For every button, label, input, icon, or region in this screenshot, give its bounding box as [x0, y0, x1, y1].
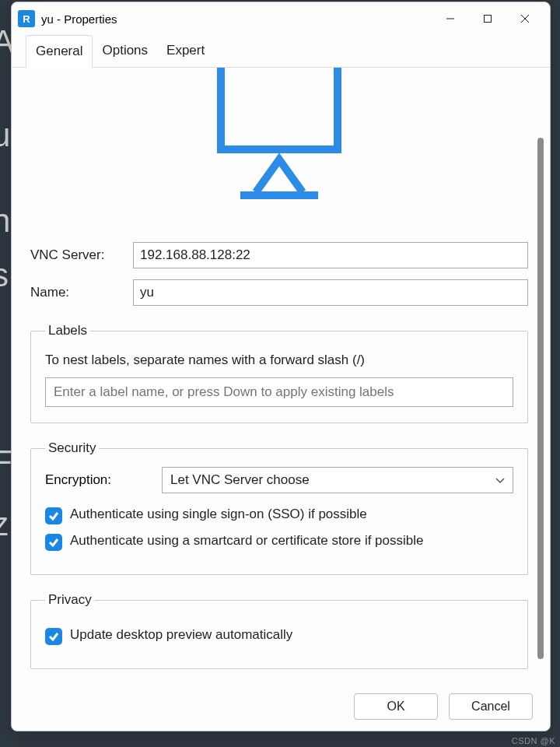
smartcard-checkbox[interactable]: [45, 534, 62, 551]
monitor-icon: [201, 68, 357, 200]
window-title: yu - Properties: [41, 12, 117, 26]
sso-label: Authenticate using single sign-on (SSO) …: [70, 506, 367, 524]
properties-dialog: R yu - Properties General Options Expert: [11, 2, 551, 731]
cancel-button[interactable]: Cancel: [449, 693, 533, 720]
watermark: CSDN @K: [512, 736, 555, 745]
minimize-button[interactable]: [432, 4, 469, 33]
chevron-down-icon: [495, 472, 505, 488]
update-preview-label: Update desktop preview automatically: [70, 626, 292, 644]
vnc-server-label: VNC Server:: [30, 247, 133, 263]
tab-expert[interactable]: Expert: [157, 35, 214, 67]
svg-rect-1: [485, 16, 492, 23]
scrollbar[interactable]: [537, 138, 544, 659]
button-bar: OK Cancel: [12, 682, 550, 731]
maximize-button[interactable]: [469, 4, 506, 33]
security-legend: Security: [45, 440, 99, 456]
name-input[interactable]: [133, 279, 528, 306]
labels-hint: To nest labels, separate names with a fo…: [45, 352, 513, 368]
privacy-legend: Privacy: [45, 592, 95, 608]
tab-content: VNC Server: Name: Labels To nest labels,…: [12, 68, 550, 682]
privacy-group: Privacy Update desktop preview automatic…: [30, 592, 528, 669]
vnc-server-input[interactable]: [133, 242, 528, 268]
security-group: Security Encryption: Let VNC Server choo…: [30, 440, 528, 575]
app-icon: R: [18, 10, 35, 27]
encryption-value: Let VNC Server choose: [170, 472, 310, 488]
name-label: Name:: [30, 285, 133, 300]
tab-general[interactable]: General: [26, 35, 93, 68]
titlebar: R yu - Properties: [12, 2, 550, 35]
ok-button[interactable]: OK: [354, 693, 438, 720]
encryption-label: Encryption:: [45, 472, 162, 488]
smartcard-label: Authenticate using a smartcard or certif…: [70, 532, 424, 550]
encryption-select[interactable]: Let VNC Server choose: [162, 467, 513, 493]
labels-input[interactable]: [45, 377, 513, 407]
update-preview-checkbox[interactable]: [45, 628, 62, 645]
sso-checkbox[interactable]: [45, 507, 62, 524]
tab-bar: General Options Expert: [12, 35, 550, 68]
tab-options[interactable]: Options: [93, 35, 157, 67]
labels-legend: Labels: [45, 323, 90, 338]
labels-group: Labels To nest labels, separate names wi…: [30, 323, 528, 423]
close-button[interactable]: [506, 4, 544, 33]
